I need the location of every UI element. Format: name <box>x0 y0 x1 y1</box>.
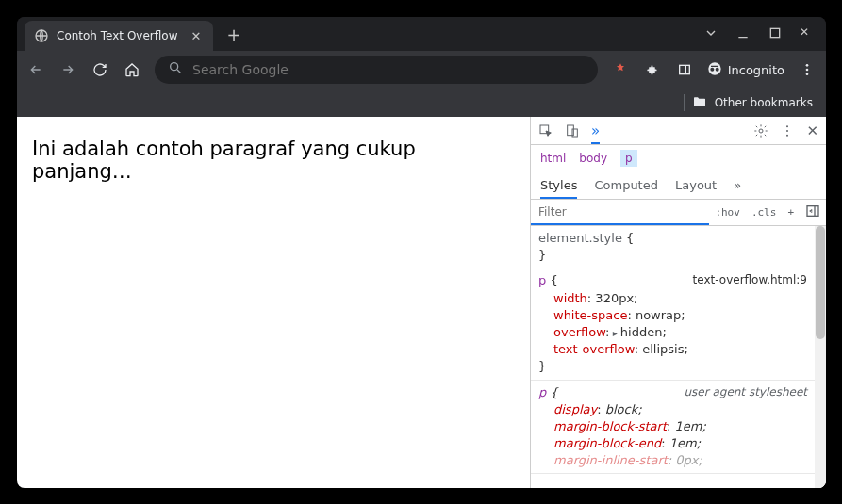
svg-point-13 <box>759 129 763 133</box>
forward-button[interactable] <box>58 62 77 77</box>
svg-rect-1 <box>770 28 779 37</box>
puzzle-icon[interactable] <box>643 62 662 77</box>
close-icon[interactable]: ✕ <box>189 29 204 43</box>
tab-layout[interactable]: Layout <box>675 178 717 192</box>
svg-point-5 <box>710 67 714 71</box>
breadcrumb-p[interactable]: p <box>620 150 637 167</box>
bookmark-bar: Other bookmarks <box>17 89 826 117</box>
new-rule-icon[interactable]: + <box>782 206 800 219</box>
home-button[interactable] <box>123 62 141 77</box>
paragraph: Ini adalah contoh paragraf yang cukup pa… <box>32 138 515 183</box>
other-bookmarks[interactable]: Other bookmarks <box>715 96 813 109</box>
svg-point-6 <box>715 67 718 71</box>
device-icon[interactable] <box>565 123 580 138</box>
svg-point-7 <box>806 64 809 67</box>
svg-point-14 <box>786 125 788 127</box>
more-tabs-icon[interactable]: » <box>591 122 600 144</box>
css-rules: element.style { } text-overflow.html:9 p… <box>531 226 815 488</box>
cls-toggle[interactable]: .cls <box>746 206 783 219</box>
rule-user-agent[interactable]: user agent stylesheet p { display: block… <box>531 381 815 475</box>
svg-point-4 <box>708 62 720 74</box>
globe-icon <box>34 28 49 43</box>
menu-icon[interactable] <box>798 62 817 77</box>
svg-point-8 <box>806 69 809 72</box>
chevron-down-icon[interactable] <box>703 25 718 43</box>
inspect-icon[interactable] <box>538 123 553 138</box>
back-button[interactable] <box>26 62 45 77</box>
filter-input[interactable] <box>531 200 709 225</box>
scrollbar[interactable] <box>815 226 826 488</box>
scrollbar-thumb[interactable] <box>816 226 825 339</box>
sidebar-toggle-icon[interactable] <box>800 203 826 221</box>
omnibox[interactable] <box>155 56 598 84</box>
devtools-subtabs: Styles Computed Layout » <box>531 171 826 200</box>
folder-icon <box>692 94 707 112</box>
svg-point-2 <box>171 63 178 71</box>
svg-rect-3 <box>679 65 689 73</box>
breadcrumb-body[interactable]: body <box>579 152 607 165</box>
kebab-icon[interactable] <box>780 123 795 138</box>
devtools-close-icon[interactable]: ✕ <box>806 122 818 139</box>
dom-breadcrumb: html body p <box>531 145 826 171</box>
incognito-label: Incognito <box>728 63 784 77</box>
titlebar: Contoh Text Overflow ✕ + ✕ <box>17 17 826 51</box>
breadcrumb-html[interactable]: html <box>540 152 566 165</box>
toolbar: Incognito <box>17 51 826 89</box>
incognito-indicator[interactable]: Incognito <box>707 61 784 79</box>
minimize-icon[interactable] <box>735 25 751 43</box>
svg-point-16 <box>786 134 788 136</box>
devtools-toolbar: » ✕ <box>531 117 826 145</box>
rule-source-link[interactable]: text-overflow.html:9 <box>693 272 807 288</box>
maximize-icon[interactable] <box>768 25 783 43</box>
address-input[interactable] <box>192 62 585 77</box>
svg-point-15 <box>786 130 788 132</box>
svg-rect-17 <box>807 206 818 217</box>
new-tab-button[interactable]: + <box>223 24 245 44</box>
browser-tab[interactable]: Contoh Text Overflow ✕ <box>25 21 213 51</box>
divider <box>684 94 685 111</box>
close-window-icon[interactable]: ✕ <box>800 25 809 43</box>
tab-styles[interactable]: Styles <box>540 178 577 199</box>
search-icon <box>168 60 183 79</box>
expand-icon[interactable]: ▸ <box>609 328 619 338</box>
tab-computed[interactable]: Computed <box>594 178 658 192</box>
window-controls: ✕ <box>703 25 818 43</box>
rule-source-ua: user agent stylesheet <box>684 384 807 400</box>
devtools-panel: » ✕ html body p Styles Computed Layout »… <box>530 117 826 488</box>
gear-icon[interactable] <box>753 123 768 138</box>
more-subtabs-icon[interactable]: » <box>734 178 741 192</box>
rule-element-style[interactable]: element.style { } <box>531 226 815 268</box>
tab-title: Contoh Text Overflow <box>57 29 181 42</box>
incognito-icon <box>707 61 722 79</box>
extension-icon[interactable] <box>611 62 630 77</box>
reload-button[interactable] <box>91 62 109 77</box>
rule-author[interactable]: text-overflow.html:9 p { width: 320px; w… <box>531 268 815 380</box>
panel-icon[interactable] <box>675 62 694 77</box>
hov-toggle[interactable]: :hov <box>709 206 746 219</box>
svg-point-9 <box>806 73 809 75</box>
filter-row: :hov .cls + <box>531 200 826 226</box>
page-content: Ini adalah contoh paragraf yang cukup pa… <box>17 117 530 488</box>
